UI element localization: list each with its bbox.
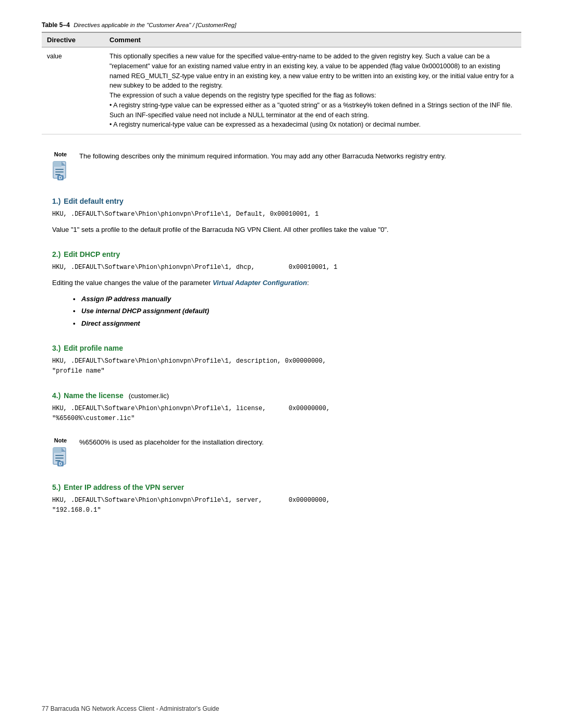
section3-code: HKU, .DEFAULT\Software\Phion\phionvpn\Pr…: [52, 356, 521, 376]
svg-rect-12: [55, 458, 64, 459]
section2-heading-row: 2.) Edit DHCP entry: [42, 250, 521, 258]
section3-heading: Edit profile name: [64, 344, 123, 352]
note1-doc-icon: D: [50, 161, 71, 181]
section2-number: 2.): [52, 250, 60, 258]
section1-heading-row: 1.) Edit default entry: [42, 197, 521, 205]
bullet-item-2: Use internal DHCP assignment (default): [73, 305, 521, 317]
section5-code: HKU, .DEFAULT\Software\Phion\phionvpn\Pr…: [52, 496, 521, 515]
page-footer: 77 Barracuda NG Network Access Client - …: [42, 705, 219, 712]
note1-text: The following describes only the minimum…: [79, 150, 521, 162]
table-cell-directive: value: [42, 47, 104, 134]
note2-side: Note D: [42, 436, 79, 467]
note1-label: Note: [54, 151, 67, 157]
section2-body-suffix: :: [307, 279, 309, 287]
section4-heading: Name the license: [64, 391, 123, 400]
bullet-item-3: Direct assignment: [73, 317, 521, 329]
section3-heading-row: 3.) Edit profile name: [42, 344, 521, 352]
section5-heading-row: 5.) Enter IP address of the VPN server: [42, 483, 521, 491]
svg-text:D: D: [59, 175, 63, 180]
section4-heading-suffix: (customer.lic): [129, 392, 169, 400]
svg-rect-3: [55, 169, 64, 170]
section1-heading: Edit default entry: [64, 197, 123, 205]
table-header-comment: Comment: [104, 32, 521, 47]
section2-heading: Edit DHCP entry: [64, 250, 120, 258]
note2-doc-icon: D: [50, 447, 71, 467]
svg-text:D: D: [59, 461, 63, 466]
note1-side: Note D: [42, 150, 79, 181]
table-cell-comment: This optionally specifies a new value fo…: [104, 47, 521, 134]
note2-label: Note: [54, 437, 67, 443]
section4-code: HKU, .DEFAULT\Software\Phion\phionvpn\Pr…: [52, 404, 521, 424]
svg-rect-9: [53, 448, 62, 453]
section2-bullets: Assign IP address manually Use internal …: [73, 293, 521, 329]
section5-number: 5.): [52, 483, 60, 491]
comment-text-4: • A registry numerical-type value can be…: [109, 121, 421, 128]
note2-text: %65600% is used as placeholder for the i…: [79, 436, 521, 448]
section4-heading-row: 4.) Name the license (customer.lic): [42, 391, 521, 400]
section1-body: Value "1" sets a profile to the default …: [52, 225, 521, 236]
section2-body: Editing the value changes the value of t…: [52, 278, 521, 289]
bullet-item-1: Assign IP address manually: [73, 293, 521, 305]
comment-text-2: The expression of such a value depends o…: [109, 92, 376, 99]
svg-rect-1: [53, 162, 62, 167]
section3-number: 3.): [52, 344, 60, 352]
section4-number: 4.): [52, 391, 60, 400]
section1-code: HKU, .DEFAULT\Software\Phion\phionvpn\Pr…: [52, 209, 521, 219]
section2-body-prefix: Editing the value changes the value of t…: [52, 279, 213, 287]
svg-rect-4: [55, 171, 64, 172]
section2-code: HKU, .DEFAULT\Software\Phion\phionvpn\Pr…: [52, 263, 521, 273]
directives-table: Directive Comment value This optionally …: [42, 32, 521, 134]
table-row: value This optionally specifies a new va…: [42, 47, 521, 134]
table-caption-italic: Directives applicable in the "Customer A…: [74, 22, 236, 28]
section5-heading: Enter IP address of the VPN server: [64, 483, 184, 491]
table-caption: Table 5–4 Directives applicable in the "…: [42, 21, 236, 29]
table-header-directive: Directive: [42, 32, 104, 47]
section1-number: 1.): [52, 197, 60, 205]
comment-text-3: • A registry string-type value can be ex…: [109, 102, 512, 119]
svg-rect-11: [55, 455, 64, 456]
section2-body-link[interactable]: Virtual Adapter Configuration: [213, 279, 307, 287]
comment-text-1: This optionally specifies a new value fo…: [109, 53, 513, 89]
